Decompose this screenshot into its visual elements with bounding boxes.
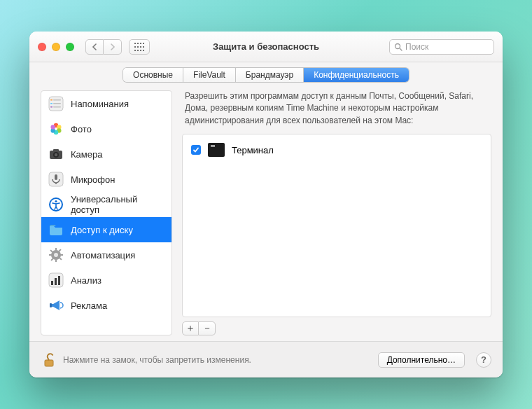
app-row-terminal[interactable]: Терминал	[183, 139, 491, 161]
search-input[interactable]	[405, 42, 489, 52]
add-remove-row: ＋ －	[182, 321, 491, 335]
folder-icon	[48, 222, 64, 237]
sidebar-item-label: Доступ к диску	[71, 225, 133, 235]
svg-point-26	[51, 125, 55, 129]
svg-rect-30	[53, 149, 59, 151]
privacy-sidebar: Напоминания Фото Камера Микрофон Универс…	[41, 90, 172, 335]
svg-rect-8	[134, 50, 136, 51]
tab-privacy[interactable]: Конфиденциальность	[304, 68, 409, 82]
sidebar-item-photos[interactable]: Фото	[41, 116, 172, 141]
svg-rect-16	[53, 99, 61, 101]
zoom-window-button[interactable]	[66, 43, 74, 51]
svg-rect-49	[55, 278, 57, 285]
sidebar-item-analytics[interactable]: Анализ	[41, 268, 172, 293]
grid-icon	[134, 43, 144, 51]
svg-rect-41	[49, 254, 52, 256]
svg-rect-42	[60, 254, 63, 256]
svg-rect-1	[137, 43, 139, 44]
search-field[interactable]	[389, 39, 494, 55]
show-all-button[interactable]	[129, 39, 150, 55]
nav-buttons	[85, 39, 122, 55]
sidebar-item-accessibility[interactable]: Универсальный доступ	[41, 192, 172, 217]
content-area: Напоминания Фото Камера Микрофон Универс…	[29, 90, 503, 341]
lock-text: Нажмите на замок, чтобы запретить измене…	[63, 355, 371, 365]
svg-rect-5	[137, 46, 139, 48]
microphone-icon	[48, 172, 64, 187]
titlebar: Защита и безопасность	[29, 32, 503, 62]
remove-button[interactable]: －	[199, 321, 216, 335]
accessibility-icon	[48, 197, 64, 212]
footer: Нажмите на замок, чтобы запретить измене…	[29, 341, 503, 377]
forward-button[interactable]	[104, 39, 122, 55]
segmented-tabs: Основные FileVault Брандмауэр Конфиденци…	[123, 68, 409, 82]
advanced-button[interactable]: Дополнительно…	[378, 352, 465, 368]
svg-rect-11	[143, 50, 144, 51]
svg-rect-9	[137, 50, 139, 51]
svg-rect-17	[50, 103, 52, 104]
svg-rect-3	[143, 43, 144, 44]
sidebar-item-label: Автоматизация	[71, 250, 135, 261]
search-icon	[394, 43, 402, 51]
close-window-button[interactable]	[38, 43, 46, 51]
svg-rect-52	[45, 360, 53, 366]
tabs-row: Основные FileVault Брандмауэр Конфиденци…	[29, 62, 503, 90]
lock-button[interactable]	[41, 352, 56, 368]
back-button[interactable]	[85, 39, 104, 55]
sidebar-item-camera[interactable]: Камера	[41, 141, 172, 167]
megaphone-icon	[48, 298, 64, 313]
chart-icon	[48, 272, 64, 288]
svg-rect-0	[134, 43, 136, 44]
help-button[interactable]: ?	[476, 352, 491, 368]
checkmark-icon	[192, 146, 200, 153]
panel-description: Разрешить этим программам доступ к данны…	[182, 90, 491, 127]
tab-general[interactable]: Основные	[123, 68, 183, 82]
minimize-window-button[interactable]	[52, 43, 60, 51]
svg-rect-18	[53, 103, 61, 104]
main-panel: Разрешить этим программам доступ к данны…	[182, 90, 491, 335]
chevron-right-icon	[110, 43, 115, 50]
chevron-left-icon	[92, 43, 97, 50]
svg-rect-2	[140, 43, 141, 44]
app-name: Терминал	[232, 145, 274, 155]
svg-point-12	[396, 43, 400, 48]
photos-icon	[48, 121, 64, 137]
app-checkbox[interactable]	[191, 145, 201, 155]
svg-rect-51	[50, 303, 52, 307]
svg-rect-7	[143, 46, 144, 48]
reminders-icon	[48, 96, 64, 111]
terminal-icon	[208, 143, 225, 157]
sidebar-item-label: Камера	[71, 149, 102, 160]
svg-line-13	[400, 48, 402, 50]
svg-rect-50	[58, 276, 60, 285]
svg-rect-19	[50, 106, 52, 108]
sidebar-item-label: Напоминания	[71, 99, 129, 109]
sidebar-item-full-disk-access[interactable]: Доступ к диску	[41, 217, 172, 242]
gear-icon	[48, 247, 64, 263]
svg-rect-4	[134, 46, 136, 48]
app-list: Терминал	[182, 134, 491, 317]
sidebar-item-automation[interactable]: Автоматизация	[41, 242, 172, 268]
sidebar-item-label: Микрофон	[71, 174, 115, 185]
preferences-window: Защита и безопасность Основные FileVault…	[29, 32, 503, 377]
svg-rect-40	[55, 259, 57, 262]
svg-point-36	[55, 200, 57, 202]
sidebar-item-label: Фото	[71, 124, 92, 134]
svg-rect-10	[140, 50, 141, 51]
sidebar-item-label: Анализ	[71, 275, 102, 286]
svg-rect-6	[140, 46, 141, 48]
sidebar-item-advertising[interactable]: Реклама	[41, 293, 172, 318]
svg-rect-48	[51, 281, 53, 285]
sidebar-item-label: Универсальный доступ	[71, 194, 164, 215]
camera-icon	[48, 146, 64, 162]
tab-filevault[interactable]: FileVault	[183, 68, 236, 82]
sidebar-item-microphone[interactable]: Микрофон	[41, 167, 172, 192]
sidebar-item-label: Реклама	[71, 300, 107, 311]
svg-rect-15	[50, 99, 52, 101]
add-button[interactable]: ＋	[182, 321, 199, 335]
svg-rect-20	[53, 106, 61, 108]
svg-rect-32	[55, 174, 57, 180]
lock-open-icon	[41, 352, 56, 368]
svg-rect-39	[55, 248, 57, 251]
tab-firewall[interactable]: Брандмауэр	[236, 68, 304, 82]
sidebar-item-reminders[interactable]: Напоминания	[41, 91, 172, 116]
